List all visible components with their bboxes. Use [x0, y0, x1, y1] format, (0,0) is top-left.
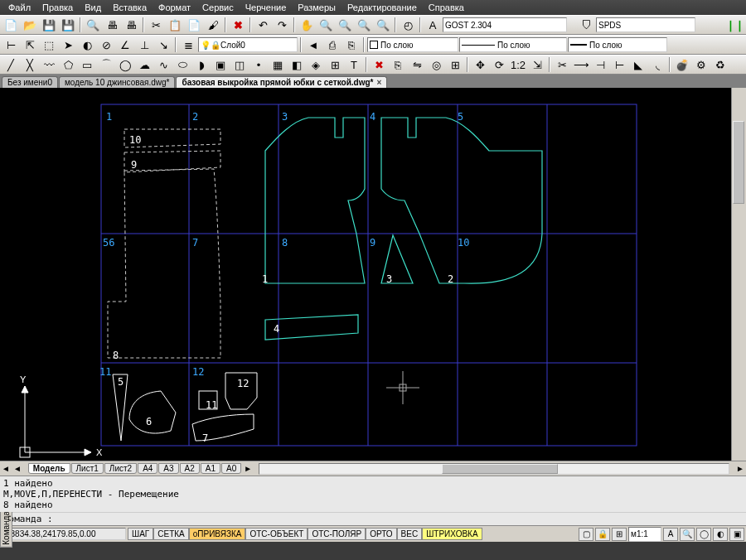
layout-tab-a3[interactable]: А3	[158, 463, 178, 474]
dim-diameter-button[interactable]: ⊘	[97, 36, 115, 53]
color-dropdown[interactable]: По слою	[367, 37, 458, 52]
audit-button[interactable]: ⚙	[692, 56, 710, 73]
delete-button[interactable]: ✖	[229, 17, 247, 33]
status-toggle-опривязка[interactable]: оПРИВЯЗКА	[189, 528, 246, 540]
layer-match-button[interactable]: ⎘	[342, 36, 361, 53]
scale-button[interactable]: 1:2	[509, 56, 527, 73]
clean-screen-button[interactable]: ▣	[729, 528, 744, 541]
dim-linear-button[interactable]: ⊢	[2, 36, 20, 53]
menu-modify[interactable]: Редактирование	[342, 1, 422, 14]
vertical-scrollbar[interactable]	[731, 88, 746, 461]
doc-tab-2[interactable]: базовая выкройка прямой юбки с сеткой.dw…	[176, 76, 387, 88]
menu-edit[interactable]: Правка	[37, 1, 78, 14]
region-button[interactable]: ◈	[307, 56, 325, 73]
drawing-canvas[interactable]: X Y	[0, 88, 731, 461]
annoscale-button[interactable]: A	[663, 528, 678, 541]
select-button[interactable]: ⬚	[40, 36, 58, 53]
layout-tab-a2[interactable]: А2	[180, 463, 200, 474]
layout-tab-1[interactable]: Лист1	[71, 463, 104, 474]
status-toggle-сетка[interactable]: СЕТКА	[153, 528, 189, 540]
redo-button[interactable]: ↷	[273, 17, 291, 33]
text-style-icon[interactable]: A	[424, 17, 442, 33]
menu-insert[interactable]: Вставка	[108, 1, 152, 14]
paste-button[interactable]: 📄	[185, 17, 203, 33]
layers-button[interactable]: ≣	[179, 36, 197, 53]
menu-file[interactable]: Файл	[3, 1, 36, 14]
pan-status-button[interactable]: ◯	[696, 528, 711, 541]
text-style-dropdown[interactable]: GOST 2.304	[443, 17, 567, 32]
layer-states-button[interactable]: ⎙	[323, 36, 342, 53]
menu-service[interactable]: Сервис	[197, 1, 239, 14]
copy-obj-button[interactable]: ⎘	[389, 56, 407, 73]
trim-button[interactable]: ✂	[553, 56, 571, 73]
arc-button[interactable]: ⌒	[97, 56, 115, 73]
dim-leader-button[interactable]: ↘	[154, 36, 172, 53]
layout-tab-model[interactable]: Модель	[28, 463, 70, 474]
isolate-button[interactable]: ◐	[713, 528, 728, 541]
revcloud-button[interactable]: ☁	[135, 56, 153, 73]
layer-prev-button[interactable]: ◄	[304, 36, 322, 53]
status-toggle-вес[interactable]: ВЕС	[397, 528, 423, 540]
regen-button[interactable]: ◴	[399, 17, 417, 33]
menu-help[interactable]: Справка	[424, 1, 469, 14]
chamfer-button[interactable]: ◣	[629, 56, 647, 73]
doc-tab-1[interactable]: модель 10 джинсовая.dwg*	[59, 76, 176, 88]
status-toggle-шаг[interactable]: ШАГ	[128, 528, 153, 540]
erase-button[interactable]: ✖	[370, 56, 388, 73]
zoom-prev-button[interactable]: 🔍	[374, 17, 392, 33]
linetype-dropdown[interactable]: По слою	[459, 37, 567, 52]
doc-tab-0[interactable]: Без имени0	[2, 76, 58, 88]
spds-icon[interactable]: ⛉	[577, 17, 595, 33]
insert-block-button[interactable]: ▣	[211, 56, 230, 73]
zoom-window-button[interactable]: 🔍	[336, 17, 354, 33]
circle-button[interactable]: ◯	[116, 56, 134, 73]
dim-angular-button[interactable]: ∠	[116, 36, 134, 53]
point-button[interactable]: •	[249, 56, 268, 73]
plot-preview-button[interactable]: 🔍	[84, 17, 102, 33]
menu-dim[interactable]: Размеры	[293, 1, 341, 14]
grid-display-button[interactable]: ⊞	[612, 528, 627, 541]
make-block-button[interactable]: ◫	[230, 56, 249, 73]
plot-button[interactable]: 🖶	[103, 17, 121, 33]
coordinates-display[interactable]: 23834.38,24179.85,0.00	[2, 528, 126, 540]
ellipsearc-button[interactable]: ◗	[192, 56, 211, 73]
status-toggle-штриховка[interactable]: ШТРИХОВКА	[422, 528, 482, 540]
layout-tab-a1[interactable]: А1	[201, 463, 220, 474]
scale-dropdown[interactable]: м1:1	[628, 527, 661, 542]
mtext-button[interactable]: T	[345, 56, 363, 73]
table-button[interactable]: ⊞	[326, 56, 344, 73]
status-toggle-орто[interactable]: ОРТО	[366, 528, 396, 540]
line-button[interactable]: ╱	[2, 56, 20, 73]
mirror-button[interactable]: ⇋	[408, 56, 426, 73]
explode-button[interactable]: 💣	[673, 56, 691, 73]
spds-dropdown[interactable]: SPDS	[596, 17, 695, 32]
xline-button[interactable]: ╳	[21, 56, 39, 73]
gradient-button[interactable]: ◧	[288, 56, 306, 73]
dim-aligned-button[interactable]: ⇱	[21, 36, 39, 53]
zoom-rt-button[interactable]: 🔍	[317, 17, 335, 33]
rotate-button[interactable]: ⟳	[490, 56, 508, 73]
menu-draw[interactable]: Черчение	[240, 1, 292, 14]
layer-dropdown[interactable]: 💡 🔒 Слой0	[198, 37, 298, 52]
layout-nav-right[interactable]: ►	[242, 464, 254, 473]
vscroll-thumb[interactable]	[733, 121, 744, 204]
publish-button[interactable]: 🖶	[122, 17, 140, 33]
pline-button[interactable]: 〰	[40, 56, 58, 73]
hscroll-thumb[interactable]	[442, 464, 558, 474]
model-paper-toggle[interactable]: ▢	[579, 528, 593, 541]
layout-nav-right2[interactable]: ►	[734, 464, 746, 473]
dim-radius-button[interactable]: ◐	[78, 36, 96, 53]
layout-nav-left2[interactable]: ◄	[12, 464, 23, 473]
close-icon[interactable]: ×	[376, 78, 381, 87]
break-button[interactable]: ⊣	[591, 56, 609, 73]
move-button[interactable]: ✥	[471, 56, 489, 73]
purge-button[interactable]: ♻	[711, 56, 729, 73]
drawing-area[interactable]: X Y 1234556789101112 109812345671112 ◄ ◄…	[0, 88, 746, 476]
rectangle-button[interactable]: ▭	[78, 56, 96, 73]
spline-button[interactable]: ∿	[154, 56, 172, 73]
status-toggle-отс-объект[interactable]: ОТС-ОБЪЕКТ	[245, 528, 308, 540]
hatch-button[interactable]: ▦	[269, 56, 287, 73]
help-button[interactable]: ❘❘	[726, 17, 744, 33]
ellipse-button[interactable]: ⬭	[173, 56, 191, 73]
layout-tab-a4[interactable]: А4	[138, 463, 157, 474]
